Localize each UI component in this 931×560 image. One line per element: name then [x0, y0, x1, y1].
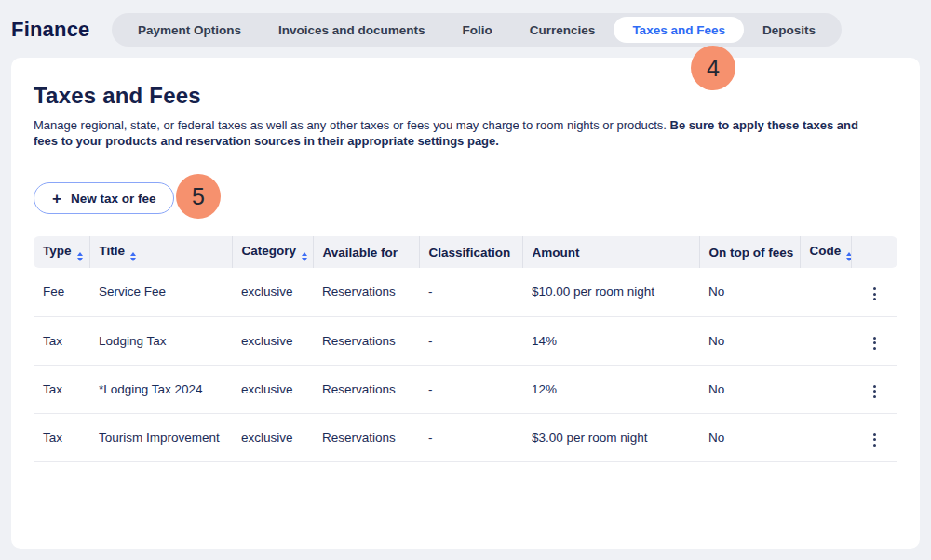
table-row: TaxTourism ImprovementexclusiveReservati… — [34, 413, 897, 461]
cell-amount: $10.00 per room night — [522, 268, 699, 316]
column-label: On top of fees — [709, 246, 794, 260]
column-label: Title — [100, 244, 126, 258]
page-title: Finance — [11, 18, 112, 42]
cell-classification: - — [419, 268, 522, 316]
cell-available-for: Reservations — [313, 268, 419, 316]
column-header-available-for: Available for — [313, 236, 419, 268]
cell-available-for: Reservations — [313, 365, 419, 413]
sort-icon[interactable] — [846, 252, 851, 261]
cell-code — [800, 413, 851, 461]
annotation-step-4: 4 — [691, 46, 735, 90]
cell-type: Tax — [34, 316, 89, 365]
cell-category: exclusive — [232, 268, 313, 316]
column-header-classification: Classification — [419, 236, 522, 268]
cell-classification: - — [419, 316, 522, 365]
description-text: Manage regional, state, or federal taxes… — [34, 118, 670, 132]
cell-amount: $3.00 per room night — [522, 413, 699, 461]
sort-icon[interactable] — [77, 252, 83, 261]
table-row: FeeService FeeexclusiveReservations-$10.… — [34, 268, 897, 316]
plus-icon: + — [52, 191, 61, 207]
cell-available-for: Reservations — [313, 413, 419, 461]
cell-category: exclusive — [232, 316, 313, 365]
column-header-title[interactable]: Title — [89, 236, 232, 268]
new-tax-or-fee-button[interactable]: + New tax or fee — [34, 182, 174, 214]
cell-title: Tourism Improvement — [89, 413, 232, 461]
cell-actions — [851, 316, 897, 365]
column-header-type[interactable]: Type — [34, 236, 89, 268]
cell-category: exclusive — [232, 365, 313, 413]
tab-invoices-and-documents[interactable]: Invoices and documents — [260, 17, 444, 43]
table-header: TypeTitleCategoryAvailable forClassifica… — [34, 236, 897, 268]
cell-category: exclusive — [232, 413, 313, 461]
new-tax-or-fee-label: New tax or fee — [71, 192, 156, 206]
table-row: Tax*Lodging Tax 2024exclusiveReservation… — [34, 365, 897, 413]
tab-payment-options[interactable]: Payment Options — [119, 17, 260, 43]
cell-type: Tax — [34, 365, 89, 413]
cell-actions — [851, 365, 897, 413]
section-heading: Taxes and Fees — [34, 82, 897, 110]
row-menu-kebab-icon[interactable] — [866, 284, 884, 304]
cell-classification: - — [419, 413, 522, 461]
cell-type: Fee — [34, 268, 89, 316]
sort-icon[interactable] — [130, 252, 136, 261]
cell-title: Service Fee — [89, 268, 232, 316]
cell-code — [800, 316, 851, 365]
cell-title: *Lodging Tax 2024 — [89, 365, 232, 413]
cell-actions — [851, 268, 897, 316]
tab-currencies[interactable]: Currencies — [511, 17, 614, 43]
cell-amount: 12% — [522, 365, 699, 413]
column-header-amount: Amount — [522, 236, 699, 268]
column-header-category[interactable]: Category — [232, 236, 313, 268]
tab-folio[interactable]: Folio — [444, 17, 511, 43]
column-label: Available for — [323, 246, 398, 260]
column-label: Category — [242, 244, 297, 258]
row-menu-kebab-icon[interactable] — [866, 381, 884, 402]
cell-code — [800, 268, 851, 316]
cell-on-top-of-fees: No — [699, 268, 800, 316]
row-menu-kebab-icon[interactable] — [866, 333, 884, 353]
cell-title: Lodging Tax — [89, 316, 232, 365]
topbar: Finance Payment OptionsInvoices and docu… — [0, 0, 931, 47]
cell-available-for: Reservations — [313, 316, 419, 365]
tab-taxes-and-fees[interactable]: Taxes and Fees — [614, 17, 744, 43]
cell-on-top-of-fees: No — [699, 365, 800, 413]
annotation-step-5: 5 — [176, 174, 221, 219]
table-row: TaxLodging TaxexclusiveReservations-14%N… — [34, 316, 897, 365]
cell-on-top-of-fees: No — [699, 316, 800, 365]
column-label: Classification — [429, 246, 511, 260]
sort-icon[interactable] — [302, 252, 307, 261]
taxes-and-fees-table: TypeTitleCategoryAvailable forClassifica… — [34, 236, 897, 462]
tab-deposits[interactable]: Deposits — [744, 17, 834, 43]
column-label: Code — [810, 244, 842, 258]
column-label: Amount — [533, 246, 580, 260]
cell-type: Tax — [34, 413, 89, 461]
cell-classification: - — [419, 365, 522, 413]
row-menu-kebab-icon[interactable] — [866, 430, 884, 450]
column-label: Type — [43, 244, 72, 258]
content-card: Taxes and Fees Manage regional, state, o… — [11, 58, 920, 549]
cell-actions — [851, 413, 897, 461]
column-header-actions — [851, 236, 897, 268]
tab-bar: Payment OptionsInvoices and documentsFol… — [112, 13, 842, 47]
column-header-code[interactable]: Code — [800, 236, 851, 268]
section-description: Manage regional, state, or federal taxes… — [34, 117, 873, 149]
cell-on-top-of-fees: No — [699, 413, 800, 461]
column-header-on-top-of-fees: On top of fees — [699, 236, 800, 268]
cell-code — [800, 365, 851, 413]
cell-amount: 14% — [522, 316, 699, 365]
